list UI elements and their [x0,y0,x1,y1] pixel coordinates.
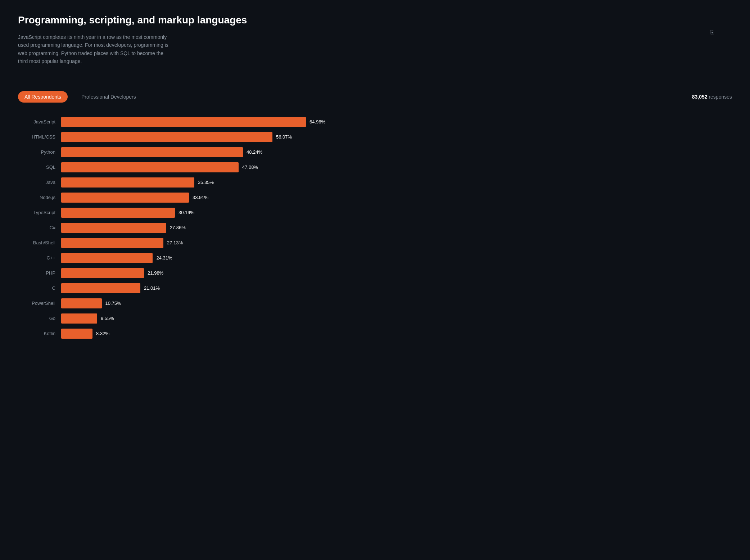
bar-wrapper: 21.01% [61,283,732,293]
bar-percentage: 47.08% [242,164,258,170]
bar-fill [61,268,144,278]
bar-percentage: 27.86% [170,225,186,230]
bar-fill [61,193,189,203]
bar-row: Bash/Shell27.13% [18,238,732,248]
responses-number: 83,052 [692,94,708,100]
bar-fill [61,298,102,308]
bar-fill [61,329,92,339]
bar-fill [61,208,175,218]
bar-wrapper: 33.91% [61,193,732,203]
bar-wrapper: 27.86% [61,223,732,233]
bar-wrapper: 35.35% [61,177,732,188]
bar-label: C++ [18,255,61,261]
bar-percentage: 8.32% [96,331,109,336]
bar-wrapper: 8.32% [61,329,732,339]
bar-percentage: 10.75% [105,301,121,306]
bar-wrapper: 47.08% [61,162,732,172]
bar-percentage: 56.07% [276,134,292,140]
bar-wrapper: 27.13% [61,238,732,248]
header: Programming, scripting, and markup langu… [18,14,732,66]
bar-fill [61,132,272,142]
bar-label: Python [18,149,61,155]
bar-percentage: 21.01% [144,285,160,291]
tab-professional-developers[interactable]: Professional Developers [75,91,143,103]
bar-wrapper: 9.55% [61,313,732,324]
bar-wrapper: 21.98% [61,268,732,278]
bar-row: JavaScript64.96% [18,117,732,127]
bar-row: HTML/CSS56.07% [18,132,732,142]
bar-row: Go9.55% [18,313,732,324]
bar-fill [61,253,153,263]
bar-label: HTML/CSS [18,134,61,140]
bar-label: Bash/Shell [18,240,61,245]
filter-tabs: All Respondents Professional Developers [18,91,143,103]
bar-wrapper: 48.24% [61,147,732,157]
bar-fill [61,117,306,127]
bar-percentage: 64.96% [310,119,325,125]
section-divider [18,80,732,80]
bar-wrapper: 30.19% [61,208,732,218]
bar-label: PHP [18,270,61,276]
bar-row: SQL47.08% [18,162,732,172]
responses-count: 83,052 responses [692,94,732,100]
bar-label: SQL [18,164,61,170]
bar-label: PowerShell [18,301,61,306]
bar-label: Kotlin [18,331,61,336]
bar-percentage: 33.91% [193,195,208,200]
bar-row: Python48.24% [18,147,732,157]
link-icon[interactable]: ⎘ [710,29,714,36]
bar-percentage: 21.98% [148,270,163,276]
bar-label: Java [18,180,61,185]
bar-wrapper: 56.07% [61,132,732,142]
bar-fill [61,313,97,324]
bar-percentage: 30.19% [179,210,194,215]
bar-label: C# [18,225,61,230]
bar-wrapper: 64.96% [61,117,732,127]
bar-label: TypeScript [18,210,61,215]
bar-label: Go [18,316,61,321]
bar-row: TypeScript30.19% [18,208,732,218]
bar-percentage: 27.13% [167,240,183,245]
page-title: Programming, scripting, and markup langu… [18,14,732,26]
bar-fill [61,283,140,293]
bar-percentage: 24.31% [156,255,172,261]
bar-row: C++24.31% [18,253,732,263]
bar-label: C [18,285,61,291]
bar-label: JavaScript [18,119,61,125]
bar-fill [61,177,194,188]
bar-row: C#27.86% [18,223,732,233]
bar-row: C21.01% [18,283,732,293]
bar-fill [61,162,239,172]
tab-all-respondents[interactable]: All Respondents [18,91,68,103]
bar-row: Java35.35% [18,177,732,188]
bar-fill [61,147,243,157]
bar-row: PHP21.98% [18,268,732,278]
bar-row: PowerShell10.75% [18,298,732,308]
bar-fill [61,223,166,233]
bar-percentage: 35.35% [198,180,214,185]
page-description: JavaScript completes its ninth year in a… [18,33,169,66]
bar-percentage: 9.55% [101,316,114,321]
bar-fill [61,238,163,248]
bar-chart: JavaScript64.96%HTML/CSS56.07%Python48.2… [18,117,732,339]
responses-label: responses [709,94,732,100]
bar-label: Node.js [18,195,61,200]
bar-row: Kotlin8.32% [18,329,732,339]
bar-row: Node.js33.91% [18,193,732,203]
filter-row: All Respondents Professional Developers … [18,91,732,103]
bar-wrapper: 10.75% [61,298,732,308]
bar-wrapper: 24.31% [61,253,732,263]
bar-percentage: 48.24% [247,149,262,155]
